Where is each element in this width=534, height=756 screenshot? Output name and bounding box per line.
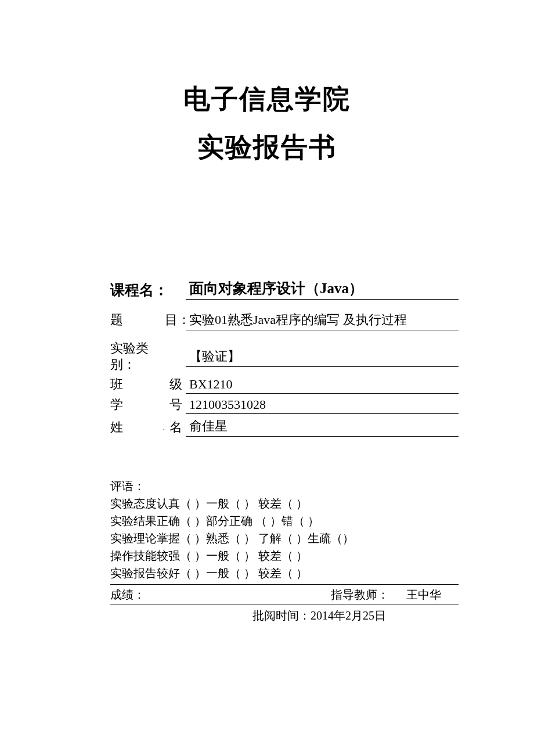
eval-row: 实验结果：正确（ ）部分正确 （ ）错（ ） bbox=[110, 512, 459, 530]
eval-row-content: 正确（ ）部分正确 （ ）错（ ） bbox=[157, 512, 459, 530]
eval-row: 实验理论：掌握（ ）熟悉（ ） 了解（ ）生疏（） bbox=[110, 530, 459, 547]
course-value: 面向对象程序设计（Java） bbox=[186, 276, 459, 300]
eval-row-label: 操作技能： bbox=[110, 547, 157, 564]
class-row: 班 级 BX1210 bbox=[110, 376, 459, 394]
document-title: 电子信息学院 实验报告书 bbox=[64, 75, 470, 172]
class-label: 班 级 bbox=[110, 376, 186, 394]
course-label: 课程名： bbox=[110, 280, 186, 300]
eval-row: 操作技能：较强（ ）一般（ ） 较差（ ） bbox=[110, 547, 459, 564]
eval-separator bbox=[110, 584, 459, 585]
comment-label: 评语： bbox=[110, 477, 157, 495]
grade-row: 成绩： 指导教师： 王中华 bbox=[110, 587, 459, 604]
eval-row-content: 认真（ ）一般（ ） 较差（ ） bbox=[157, 495, 459, 512]
student-id-row: 学 号 121003531028 bbox=[110, 396, 459, 414]
eval-row: 实验态度：认真（ ）一般（ ） 较差（ ） bbox=[110, 495, 459, 512]
comment-row: 评语： bbox=[110, 477, 459, 495]
review-date: 批阅时间：2014年2月25日 bbox=[110, 608, 459, 624]
topic-row: 题目： 实验01熟悉Java程序的编写 及执行过程 bbox=[110, 303, 459, 338]
type-label: 实验类 别： bbox=[110, 340, 186, 373]
info-block: 课程名： 面向对象程序设计（Java） 题目： 实验01熟悉Java程序的编写 … bbox=[110, 276, 459, 437]
eval-row-content: 较好（ ）一般（ ） 较差（ ） bbox=[157, 564, 459, 582]
eval-rows: 实验态度：认真（ ）一般（ ） 较差（ ）实验结果：正确（ ）部分正确 （ ）错… bbox=[110, 495, 459, 582]
name-value: 俞佳星 bbox=[186, 416, 459, 437]
comment-content bbox=[157, 477, 459, 495]
topic-label: 题目： bbox=[110, 303, 186, 338]
eval-row: 实验报告：较好（ ）一般（ ） 较差（ ） bbox=[110, 564, 459, 582]
course-row: 课程名： 面向对象程序设计（Java） bbox=[110, 276, 459, 300]
evaluation-block: 评语： 实验态度：认真（ ）一般（ ） 较差（ ）实验结果：正确（ ）部分正确 … bbox=[110, 477, 459, 624]
student-id-value: 121003531028 bbox=[186, 396, 459, 414]
teacher-name: 王中华 bbox=[389, 587, 459, 603]
topic-value: 实验01熟悉Java程序的编写 及执行过程 bbox=[186, 310, 459, 330]
class-value: BX1210 bbox=[186, 376, 459, 394]
name-row: 姓 . 名 俞佳星 bbox=[110, 416, 459, 437]
type-value: 【验证】 bbox=[186, 347, 459, 367]
eval-row-content: 较强（ ）一般（ ） 较差（ ） bbox=[157, 547, 459, 564]
grade-label: 成绩： bbox=[110, 587, 157, 603]
student-id-label: 学 号 bbox=[110, 396, 186, 414]
eval-row-label: 实验报告： bbox=[110, 564, 157, 582]
eval-row-label: 实验理论： bbox=[110, 530, 157, 547]
type-row: 实验类 别： 【验证】 bbox=[110, 340, 459, 373]
eval-row-content: 掌握（ ）熟悉（ ） 了解（ ）生疏（） bbox=[157, 530, 459, 547]
teacher-label: 指导教师： bbox=[331, 587, 389, 603]
eval-row-label: 实验结果： bbox=[110, 512, 157, 530]
name-label: 姓 . 名 bbox=[110, 419, 186, 437]
eval-row-label: 实验态度： bbox=[110, 495, 157, 512]
title-line-2: 实验报告书 bbox=[64, 124, 470, 172]
title-line-1: 电子信息学院 bbox=[64, 75, 470, 124]
